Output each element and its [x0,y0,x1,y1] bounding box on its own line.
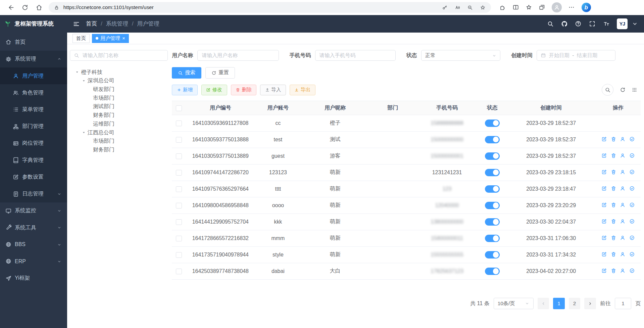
assign-role-icon[interactable] [629,186,635,191]
assign-role-icon[interactable] [629,202,635,208]
status-toggle[interactable] [485,185,500,193]
sidebar-toggle-icon[interactable] [73,20,80,28]
row-checkbox[interactable] [176,203,182,208]
delete-button[interactable]: 删除 [231,85,257,95]
row-checkbox[interactable] [176,186,182,192]
reset-button[interactable]: 重置 [205,67,235,79]
edit-icon[interactable] [601,169,607,175]
sidebar-menu-item[interactable]: BBS [0,236,67,253]
zoom-out-icon[interactable] [467,5,473,10]
page-size-select[interactable]: 10条/页 [494,298,534,309]
sidebar-menu-item[interactable]: 系统工具 [0,219,67,236]
sidebar-menu-item[interactable]: 用户管理 [0,67,67,84]
sidebar-menu-item[interactable]: ERP [0,253,67,270]
assign-role-icon[interactable] [629,268,635,274]
status-toggle[interactable] [485,235,500,242]
page-tab[interactable]: 用户管理 × [92,34,129,43]
status-toggle[interactable] [485,251,500,259]
page-tab[interactable]: 首页 [72,34,90,43]
assign-role-icon[interactable] [629,169,635,175]
sidebar-menu-item[interactable]: 系统管理 [0,51,67,67]
edit-icon[interactable] [601,136,607,142]
row-checkbox[interactable] [176,269,182,274]
status-toggle[interactable] [485,202,500,209]
reset-password-icon[interactable] [620,235,626,241]
username-input[interactable] [197,50,279,61]
browser-refresh-button[interactable] [18,1,32,14]
row-checkbox[interactable] [176,252,182,258]
tree-node[interactable]: 深圳总公司 [70,77,168,85]
column-settings-icon[interactable] [632,87,637,93]
github-icon[interactable] [561,20,568,27]
assign-role-icon[interactable] [629,136,635,142]
tree-node[interactable]: 橙子科技 [70,68,168,77]
page-number-button[interactable]: 2 [569,298,580,309]
copilot-icon[interactable]: b [582,3,591,12]
page-number-button[interactable]: 1 [553,298,564,309]
sidebar-menu-item[interactable]: 参数设置 [0,169,67,185]
sidebar-menu-item[interactable]: 岗位管理 [0,135,67,152]
status-toggle[interactable] [485,268,500,275]
delete-icon[interactable] [611,186,616,191]
goto-page-input[interactable] [615,298,631,309]
add-button[interactable]: 新增 [172,85,198,95]
tree-node[interactable]: 市场部门 [70,94,168,102]
reset-password-icon[interactable] [620,202,626,208]
more-menu-icon[interactable] [568,4,575,11]
refresh-table-icon[interactable] [620,87,626,93]
reset-password-icon[interactable] [620,219,626,224]
department-search[interactable] [70,50,168,61]
assign-role-icon[interactable] [629,219,635,224]
delete-icon[interactable] [611,251,616,257]
row-checkbox[interactable] [176,236,182,241]
tree-node[interactable]: 财务部门 [70,111,168,120]
reset-password-icon[interactable] [620,251,626,257]
address-bar[interactable]: https://ccnetcore.com:1101/system/user [49,2,491,13]
tree-node[interactable]: 市场部门 [70,137,168,146]
user-avatar[interactable]: YJ [617,18,628,29]
help-icon[interactable] [575,20,582,27]
status-select[interactable]: 正常 [421,50,501,61]
sidebar-menu-item[interactable]: 字典管理 [0,152,67,169]
browser-back-button[interactable] [4,1,18,14]
reset-password-icon[interactable] [620,268,626,274]
edit-icon[interactable] [601,235,607,241]
assign-role-icon[interactable] [629,251,635,257]
tree-caret-icon[interactable] [75,70,79,74]
tree-node[interactable]: 测试部门 [70,102,168,111]
sidebar-menu-item[interactable]: 日志管理 [0,186,67,202]
tree-caret-icon[interactable] [82,79,86,83]
date-range-picker[interactable]: 开始日期 - 结束日期 [537,50,615,61]
status-toggle[interactable] [485,218,500,226]
reset-password-icon[interactable] [620,153,626,158]
export-button[interactable]: 导出 [290,85,315,95]
tree-node[interactable]: 财务部门 [70,146,168,154]
tree-node[interactable]: 研发部门 [70,85,168,94]
sidebar-menu-item[interactable]: 系统监控 [0,202,67,219]
edit-button[interactable]: 修改 [201,85,227,95]
fullscreen-icon[interactable] [589,20,596,27]
row-checkbox[interactable] [176,137,182,143]
edit-icon[interactable] [601,186,607,191]
show-search-toggle-button[interactable] [602,84,614,96]
browser-home-button[interactable] [32,1,46,14]
reset-password-icon[interactable] [620,136,626,142]
department-search-input[interactable] [82,52,164,59]
profile-avatar[interactable] [552,2,561,12]
row-checkbox[interactable] [176,121,182,126]
status-toggle[interactable] [485,169,500,176]
edit-icon[interactable] [601,202,607,208]
row-checkbox[interactable] [176,219,182,225]
reset-password-icon[interactable] [620,186,626,191]
delete-icon[interactable] [611,169,616,175]
delete-icon[interactable] [611,268,616,274]
row-checkbox[interactable] [176,153,182,159]
password-key-icon[interactable] [442,5,447,10]
status-toggle[interactable] [485,120,500,127]
breadcrumb-home[interactable]: 首页 [86,20,97,28]
delete-icon[interactable] [611,219,616,224]
sidebar-menu-item[interactable]: 首页 [0,34,67,50]
edit-icon[interactable] [601,219,607,224]
sidebar-menu-item[interactable]: 菜单管理 [0,101,67,118]
assign-role-icon[interactable] [629,235,635,241]
